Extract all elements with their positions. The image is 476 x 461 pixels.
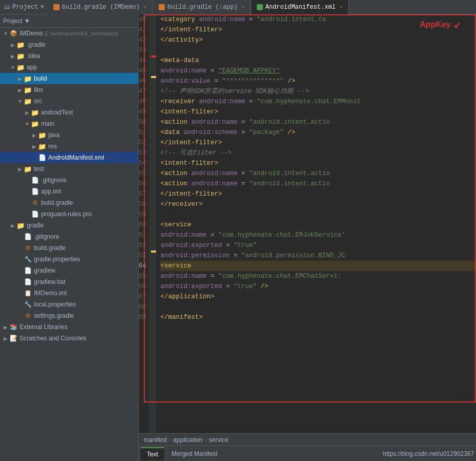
code-line-50: <action android:name = "android.intent.a… [160, 117, 476, 127]
code-line-61: android:name = "com.hyphenate.chat.EMJob… [160, 230, 476, 240]
project-tree-label: Project ▼ [3, 17, 30, 25]
code-line-64: <service [160, 261, 476, 271]
close-icon[interactable]: ✕ [242, 4, 245, 10]
sidebar-item-app[interactable]: ▼ 📁 app [0, 62, 138, 73]
gutter-marker [151, 76, 156, 78]
sidebar-item-build-gradle-root[interactable]: ⚙ build.gradle [0, 242, 138, 254]
sidebar-item-external-libraries[interactable]: ▶ 📚 External Libraries [0, 321, 138, 333]
sidebar-item-androidmanifest[interactable]: 📄 AndroidManifest.xml ← [0, 152, 138, 163]
code-line-46: android:value = "**************" /> [160, 76, 476, 86]
sidebar-item-build[interactable]: ▶ 📁 build [0, 73, 138, 84]
gradle-file-icon: ⚙ [24, 244, 32, 252]
code-editor[interactable]: <category android:name = "android.intent… [156, 14, 476, 433]
expand-icon: ▶ [2, 336, 9, 341]
code-line-65: android:name = "com.hyphenate.chat.EMCha… [160, 271, 476, 281]
expand-icon: ▶ [24, 110, 31, 116]
code-line-69: </manifest> [160, 312, 476, 322]
sidebar-item-gradle[interactable]: ▶ 📁 .gradle [0, 39, 138, 50]
sidebar-item-java[interactable]: ▶ 📁 java [0, 129, 138, 141]
file-icon: 📄 [31, 210, 39, 218]
folder-icon: 📁 [31, 108, 39, 117]
expand-icon: ▼ [24, 121, 31, 127]
sidebar-item-res[interactable]: ▶ 📁 res [0, 141, 138, 152]
close-icon[interactable]: ✕ [144, 4, 147, 10]
expand-icon: ▼ [2, 31, 9, 36]
code-line-62: android:exported = "true" [160, 240, 476, 251]
sidebar-item-gitignore-app[interactable]: 📄 .gitignore [0, 175, 138, 186]
sidebar-item-libs[interactable]: ▶ 📁 libs [0, 84, 138, 95]
sidebar-item-root[interactable]: ▼ 📦 IMDemo E:\workspace\AS_workspace [0, 28, 138, 39]
expand-icon: ▶ [31, 144, 38, 149]
expand-icon: ▶ [9, 223, 16, 228]
sidebar-item-build-gradle[interactable]: ⚙ build.gradle [0, 197, 138, 208]
code-line-42: </activity> [160, 35, 476, 45]
code-line-55: <action android:name = "android.intent.a… [160, 168, 476, 179]
folder-icon: 📁 [31, 120, 39, 128]
gradle-icon [53, 4, 60, 10]
sidebar-item-imdemo-iml[interactable]: 📋 IMDemo.iml [0, 287, 138, 299]
folder-icon: 📁 [24, 74, 32, 83]
tab-merged-manifest[interactable]: Merged Manifest [165, 447, 223, 460]
sidebar-item-main[interactable]: ▼ 📁 main [0, 118, 138, 129]
code-line-40: <category android:name = "android.intent… [160, 14, 476, 25]
folder-icon: 📁 [16, 52, 25, 60]
sidebar-item-idea[interactable]: ▶ 📁 .idea [0, 50, 138, 62]
editor-area: AppKey ↙ 40 41 42 43 44 45 46 47 48 49 5… [139, 14, 476, 461]
folder-icon: 📁 [38, 142, 46, 150]
title-bar: 🗂 Project ▼ build.gradle (IMDemo) ✕ buil… [0, 0, 476, 14]
sidebar-item-test[interactable]: ▶ 📁 test [0, 163, 138, 175]
sidebar-item-gradlew-bat[interactable]: 📄 gradlew.bat [0, 276, 138, 287]
project-label: 🗂 Project ▼ [4, 3, 44, 11]
sidebar-item-gitignore-root[interactable]: 📄 .gitignore [0, 231, 138, 242]
code-line-53: <!-- 可选filter --> [160, 148, 476, 158]
file-icon: 📄 [31, 187, 39, 196]
code-line-67: </application> [160, 292, 476, 302]
tab-text[interactable]: Text [141, 447, 164, 460]
code-line-41: </intent-filter> [160, 25, 476, 35]
tab-build-app[interactable]: build.gradle (:app) ✕ [154, 0, 251, 14]
sidebar-item-gradle-root[interactable]: ▶ 📁 gradle [0, 220, 138, 231]
sidebar-item-gradle-properties[interactable]: 🔧 gradle.properties [0, 254, 138, 265]
sidebar-item-gradlew[interactable]: 📄 gradlew [0, 265, 138, 276]
expand-icon: ▶ [16, 166, 24, 172]
expand-icon: ▶ [16, 87, 24, 93]
file-icon: 📄 [24, 233, 32, 241]
sidebar-item-local-properties[interactable]: 🔧 local.properties [0, 299, 138, 310]
folder-icon: 📁 [24, 97, 32, 105]
xml-file-icon: 📄 [38, 153, 46, 162]
expand-icon: ▶ [16, 76, 24, 82]
code-line-58: </receiver> [160, 199, 476, 209]
folder-icon: 📁 [38, 131, 46, 139]
breadcrumb-service[interactable]: service [209, 436, 229, 444]
sidebar-item-androidtest[interactable]: ▶ 📁 androidTest [0, 107, 138, 118]
properties-icon: 🔧 [24, 300, 32, 309]
blog-url: https://blog.csdn.net/u012902367 [383, 450, 474, 457]
xml-icon [257, 4, 263, 10]
sidebar-item-settings-gradle[interactable]: ⚙ settings.gradle [0, 310, 138, 321]
sidebar-item-proguard[interactable]: 📄 proguard-rules.pro [0, 208, 138, 220]
sidebar-item-src[interactable]: ▼ 📁 src [0, 95, 138, 107]
code-line-66: android:exported = "true" /> [160, 281, 476, 292]
tab-build-imdemo[interactable]: build.gradle (IMDemo) ✕ [48, 0, 153, 14]
tab-androidmanifest[interactable]: AndroidManifest.xml ✕ [252, 0, 349, 14]
project-icon: 🗂 [4, 3, 10, 11]
code-line-52: </intent-filter> [160, 138, 476, 148]
library-icon: 📚 [9, 323, 17, 331]
code-line-45: android:name = "EASEMOB_APPKEY" [160, 66, 476, 76]
bottom-tabs: Text Merged Manifest https://blog.csdn.n… [139, 446, 476, 461]
breadcrumb-application[interactable]: application [173, 436, 202, 444]
gradle-icon [159, 4, 165, 10]
code-line-49: <intent-filter> [160, 107, 476, 117]
code-line-43 [160, 45, 476, 55]
code-line-68 [160, 302, 476, 312]
sidebar-item-scratches[interactable]: ▶ 📝 Scratches and Consoles [0, 333, 138, 344]
expand-icon: ▶ [2, 324, 9, 330]
sidebar-header: Project ▼ [0, 14, 138, 28]
folder-icon: 📁 [16, 221, 25, 229]
close-icon[interactable]: ✕ [340, 4, 343, 10]
bottom-tab-group: Text Merged Manifest [141, 447, 223, 460]
sidebar-item-app-iml[interactable]: 📄 app.iml [0, 186, 138, 197]
gutter [149, 14, 156, 433]
gutter-marker [151, 251, 156, 253]
breadcrumb-manifest[interactable]: manifest [144, 436, 167, 444]
